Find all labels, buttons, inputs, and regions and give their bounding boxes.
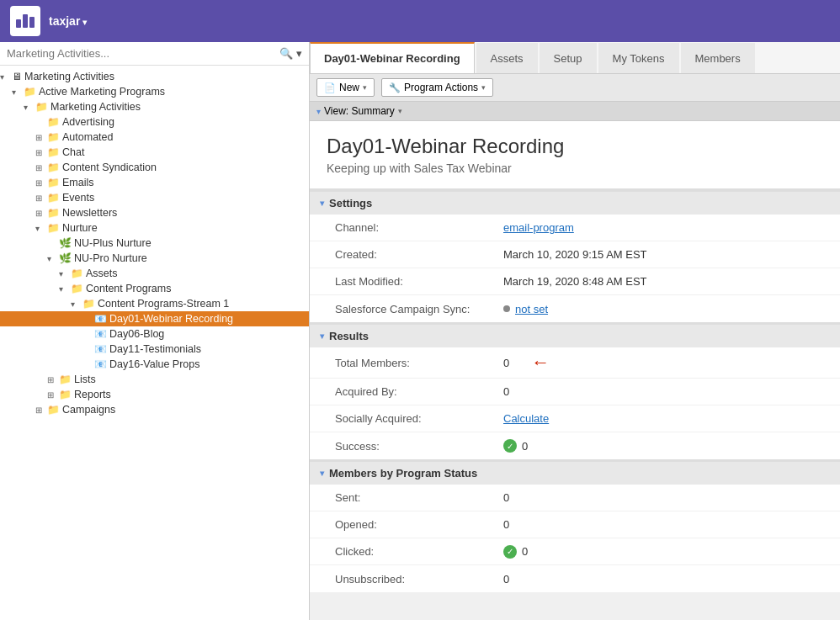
field-row: Socially Acquired:Calculate xyxy=(310,405,840,432)
sidebar-item-lists[interactable]: ⊞📁Lists xyxy=(0,372,309,387)
sidebar-item-nu-plus-nurture[interactable]: 🌿NU-Plus Nurture xyxy=(0,236,309,251)
item-icon-reports: 📁 xyxy=(59,389,72,400)
field-label: Salesforce Campaign Sync: xyxy=(335,303,503,315)
app-name[interactable]: taxjar▾ xyxy=(49,14,87,28)
toggle-icon-active-marketing-programs: ▾ xyxy=(12,87,22,97)
sidebar-item-emails[interactable]: ⊞📁Emails xyxy=(0,175,309,190)
field-link[interactable]: Calculate xyxy=(503,412,549,425)
field-label: Created: xyxy=(335,248,503,261)
sidebar-item-marketing-activities-root[interactable]: ▾🖥Marketing Activities xyxy=(0,69,309,84)
toggle-icon-newsletters: ⊞ xyxy=(35,209,45,218)
sidebar-item-content-syndication[interactable]: ⊞📁Content Syndication xyxy=(0,160,309,175)
item-icon-assets: 📁 xyxy=(71,268,83,279)
toggle-icon-marketing-activities-root: ▾ xyxy=(0,72,10,82)
field-label: Unsubscribed: xyxy=(335,573,503,586)
tab-setup[interactable]: Setup xyxy=(540,43,597,73)
sidebar-item-chat[interactable]: ⊞📁Chat xyxy=(0,145,309,160)
field-value: not set xyxy=(503,303,548,315)
sidebar-item-marketing-activities-sub[interactable]: ▾📁Marketing Activities xyxy=(0,99,309,114)
item-icon-day06-blog: 📧 xyxy=(94,328,107,340)
sidebar-item-campaigns[interactable]: ⊞📁Campaigns xyxy=(0,402,309,417)
sidebar-item-reports[interactable]: ⊞📁Reports xyxy=(0,387,309,402)
toggle-icon-automated: ⊞ xyxy=(35,133,45,142)
item-label-nu-pro-nurture: NU-Pro Nurture xyxy=(74,252,147,264)
results-section: ▾ Results Total Members:0←Acquired By:0S… xyxy=(310,322,840,459)
search-icon[interactable]: 🔍 xyxy=(279,47,293,60)
sidebar-item-assets[interactable]: ▾📁Assets xyxy=(0,266,309,281)
toggle-icon-reports: ⊞ xyxy=(47,390,57,400)
sidebar-item-nurture[interactable]: ▾📁Nurture xyxy=(0,220,309,236)
field-row: Success:✓0 xyxy=(310,432,840,459)
app-logo[interactable] xyxy=(10,6,40,36)
sidebar-item-day01-webinar-recording[interactable]: 📧Day01-Webinar Recording xyxy=(0,311,309,326)
sidebar-item-active-marketing-programs[interactable]: ▾📁Active Marketing Programs xyxy=(0,84,309,99)
item-icon-campaigns: 📁 xyxy=(47,404,60,416)
sidebar-item-advertising[interactable]: 📁Advertising xyxy=(0,114,309,130)
results-toggle-icon[interactable]: ▾ xyxy=(320,331,324,341)
sidebar-item-nu-pro-nurture[interactable]: ▾🌿NU-Pro Nurture xyxy=(0,251,309,266)
new-icon: 📄 xyxy=(324,82,336,93)
view-summary-bar: ▾ View: Summary ▾ xyxy=(310,102,840,121)
view-toggle-icon[interactable]: ▾ xyxy=(316,107,321,116)
settings-toggle-icon[interactable]: ▾ xyxy=(320,199,324,208)
field-value: 0← xyxy=(503,353,550,372)
results-section-header: ▾ Results xyxy=(310,325,840,347)
sidebar-item-day11-testimonials[interactable]: 📧Day11-Testimonials xyxy=(0,342,309,357)
sidebar-item-events[interactable]: ⊞📁Events xyxy=(0,190,309,205)
field-text: 0 xyxy=(522,545,528,558)
program-actions-button[interactable]: 🔧 Program Actions ▾ xyxy=(381,78,493,97)
results-section-body: Total Members:0←Acquired By:0Socially Ac… xyxy=(310,347,840,459)
field-value: March 10, 2020 9:15 AM EST xyxy=(503,248,647,261)
program-subtitle: Keeping up with Sales Tax Webinar xyxy=(327,162,823,175)
sidebar-item-automated[interactable]: ⊞📁Automated xyxy=(0,130,309,145)
new-arrow-icon: ▾ xyxy=(363,83,367,92)
view-arrow-icon: ▾ xyxy=(398,107,402,115)
item-icon-chat: 📁 xyxy=(47,146,60,158)
item-label-marketing-activities-sub: Marketing Activities xyxy=(51,101,141,113)
field-link[interactable]: email-program xyxy=(503,221,574,234)
toggle-icon-marketing-activities-sub: ▾ xyxy=(24,103,34,112)
sidebar-tree: ▾🖥Marketing Activities▾📁Active Marketing… xyxy=(0,66,309,620)
field-row: Last Modified:March 19, 2020 8:48 AM EST xyxy=(310,268,840,295)
new-button[interactable]: 📄 New ▾ xyxy=(316,78,375,97)
tab-my-tokens[interactable]: My Tokens xyxy=(598,43,679,73)
item-icon-advertising: 📁 xyxy=(47,116,60,128)
sidebar-item-content-programs[interactable]: ▾📁Content Programs xyxy=(0,281,309,296)
tab-members[interactable]: Members xyxy=(681,43,755,73)
sidebar-item-day16-value-props[interactable]: 📧Day16-Value Props xyxy=(0,357,309,372)
item-icon-nurture: 📁 xyxy=(47,222,60,234)
item-icon-day01-webinar-recording: 📧 xyxy=(94,313,107,325)
sidebar-item-newsletters[interactable]: ⊞📁Newsletters xyxy=(0,205,309,220)
success-icon: ✓ xyxy=(503,439,517,453)
members-toggle-icon[interactable]: ▾ xyxy=(320,469,324,478)
field-link[interactable]: not set xyxy=(515,303,548,315)
item-label-assets: Assets xyxy=(86,268,118,279)
item-label-marketing-activities-root: Marketing Activities xyxy=(24,71,114,82)
field-label: Total Members: xyxy=(335,357,503,369)
item-label-reports: Reports xyxy=(74,389,111,400)
toggle-icon-content-programs-stream1: ▾ xyxy=(71,299,81,309)
search-input[interactable] xyxy=(7,47,279,60)
item-label-day06-blog: Day06-Blog xyxy=(109,328,164,340)
item-icon-day11-testimonials: 📧 xyxy=(94,343,107,355)
settings-section: ▾ Settings Channel:email-programCreated:… xyxy=(310,189,840,322)
program-actions-arrow-icon: ▾ xyxy=(481,83,486,92)
item-icon-marketing-activities-root: 🖥 xyxy=(12,71,22,82)
filter-icon[interactable]: ▾ xyxy=(296,47,302,60)
item-icon-emails: 📁 xyxy=(47,177,60,188)
red-arrow-icon: ← xyxy=(531,352,550,373)
sidebar-item-day06-blog[interactable]: 📧Day06-Blog xyxy=(0,326,309,342)
main-content: Day01-Webinar Recording Keeping up with … xyxy=(310,121,840,620)
field-value: email-program xyxy=(503,221,574,234)
tab-day01-webinar-recording[interactable]: Day01-Webinar Recording xyxy=(310,42,475,73)
settings-section-header: ▾ Settings xyxy=(310,192,840,215)
program-actions-icon: 🔧 xyxy=(389,82,401,93)
toggle-icon-events: ⊞ xyxy=(35,193,45,203)
field-value: ✓0 xyxy=(503,439,528,453)
sidebar-item-content-programs-stream1[interactable]: ▾📁Content Programs-Stream 1 xyxy=(0,296,309,311)
tab-assets[interactable]: Assets xyxy=(476,43,538,73)
item-label-content-programs-stream1: Content Programs-Stream 1 xyxy=(98,298,229,310)
toggle-icon-campaigns: ⊞ xyxy=(35,405,45,415)
toggle-icon-assets: ▾ xyxy=(59,269,69,278)
field-label: Channel: xyxy=(335,221,503,234)
